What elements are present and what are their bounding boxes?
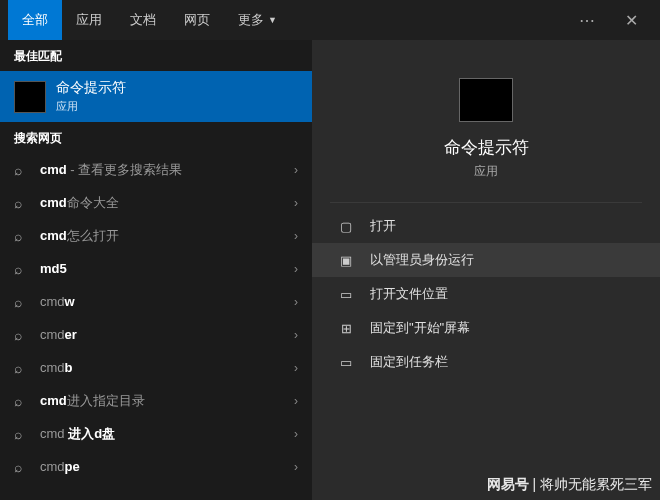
web-search-item[interactable]: ⌕cmder› bbox=[0, 318, 312, 351]
action-open-location[interactable]: ▭ 打开文件位置 bbox=[312, 277, 660, 311]
close-button[interactable]: ✕ bbox=[611, 11, 652, 30]
best-match-title: 命令提示符 bbox=[56, 79, 126, 97]
search-icon: ⌕ bbox=[14, 162, 30, 178]
web-search-item[interactable]: ⌕cmdpe› bbox=[0, 450, 312, 483]
best-match-subtitle: 应用 bbox=[56, 99, 126, 114]
web-search-item[interactable]: ⌕cmd命令大全› bbox=[0, 186, 312, 219]
watermark-logo: 网易号 bbox=[487, 476, 529, 492]
tab-web[interactable]: 网页 bbox=[170, 0, 224, 40]
action-label: 固定到"开始"屏幕 bbox=[370, 319, 470, 337]
action-run-as-admin[interactable]: ▣ 以管理员身份运行 bbox=[312, 243, 660, 277]
best-match-header: 最佳匹配 bbox=[0, 40, 312, 71]
filter-tabs: 全部 应用 文档 网页 更多 ▼ ⋯ ✕ bbox=[0, 0, 660, 40]
web-item-label: cmd - 查看更多搜索结果 bbox=[40, 161, 294, 179]
action-label: 打开文件位置 bbox=[370, 285, 448, 303]
web-search-item[interactable]: ⌕cmd 进入d盘› bbox=[0, 417, 312, 450]
open-icon: ▢ bbox=[336, 219, 356, 234]
chevron-right-icon: › bbox=[294, 295, 298, 309]
chevron-right-icon: › bbox=[294, 394, 298, 408]
folder-icon: ▭ bbox=[336, 287, 356, 302]
web-item-label: cmd命令大全 bbox=[40, 194, 294, 212]
web-item-label: cmd进入指定目录 bbox=[40, 392, 294, 410]
search-icon: ⌕ bbox=[14, 393, 30, 409]
web-item-label: cmdb bbox=[40, 360, 294, 375]
chevron-right-icon: › bbox=[294, 328, 298, 342]
chevron-right-icon: › bbox=[294, 262, 298, 276]
web-item-label: cmd 进入d盘 bbox=[40, 425, 294, 443]
search-icon: ⌕ bbox=[14, 294, 30, 310]
preview-title: 命令提示符 bbox=[444, 136, 529, 159]
watermark: 网易号 | 将帅无能累死三军 bbox=[487, 476, 652, 494]
more-options-button[interactable]: ⋯ bbox=[565, 11, 611, 30]
chevron-right-icon: › bbox=[294, 196, 298, 210]
preview-subtitle: 应用 bbox=[474, 163, 498, 180]
search-icon: ⌕ bbox=[14, 261, 30, 277]
action-label: 固定到任务栏 bbox=[370, 353, 448, 371]
web-item-label: cmdw bbox=[40, 294, 294, 309]
web-item-label: md5 bbox=[40, 261, 294, 276]
chevron-right-icon: › bbox=[294, 361, 298, 375]
web-search-item[interactable]: ⌕cmd - 查看更多搜索结果› bbox=[0, 153, 312, 186]
search-web-header: 搜索网页 bbox=[0, 122, 312, 153]
tab-apps[interactable]: 应用 bbox=[62, 0, 116, 40]
chevron-right-icon: › bbox=[294, 229, 298, 243]
web-search-item[interactable]: ⌕cmd进入指定目录› bbox=[0, 384, 312, 417]
action-open[interactable]: ▢ 打开 bbox=[312, 209, 660, 243]
web-search-item[interactable]: ⌕cmdb› bbox=[0, 351, 312, 384]
tab-more[interactable]: 更多 ▼ bbox=[224, 0, 291, 40]
web-search-item[interactable]: ⌕cmdw› bbox=[0, 285, 312, 318]
web-item-label: cmdpe bbox=[40, 459, 294, 474]
admin-icon: ▣ bbox=[336, 253, 356, 268]
cmd-icon bbox=[14, 81, 46, 113]
web-search-item[interactable]: ⌕cmd怎么打开› bbox=[0, 219, 312, 252]
preview-panel: 命令提示符 应用 ▢ 打开 ▣ 以管理员身份运行 ▭ 打开文件位置 ⊞ 固定到"… bbox=[312, 40, 660, 500]
best-match-item[interactable]: 命令提示符 应用 bbox=[0, 71, 312, 122]
web-item-label: cmd怎么打开 bbox=[40, 227, 294, 245]
search-icon: ⌕ bbox=[14, 459, 30, 475]
web-search-list: ⌕cmd - 查看更多搜索结果›⌕cmd命令大全›⌕cmd怎么打开›⌕md5›⌕… bbox=[0, 153, 312, 483]
chevron-right-icon: › bbox=[294, 427, 298, 441]
search-icon: ⌕ bbox=[14, 327, 30, 343]
action-pin-taskbar[interactable]: ▭ 固定到任务栏 bbox=[312, 345, 660, 379]
search-icon: ⌕ bbox=[14, 426, 30, 442]
search-icon: ⌕ bbox=[14, 195, 30, 211]
web-search-item[interactable]: ⌕md5› bbox=[0, 252, 312, 285]
results-panel: 最佳匹配 命令提示符 应用 搜索网页 ⌕cmd - 查看更多搜索结果›⌕cmd命… bbox=[0, 40, 312, 500]
tab-docs[interactable]: 文档 bbox=[116, 0, 170, 40]
action-label: 打开 bbox=[370, 217, 396, 235]
watermark-author: 将帅无能累死三军 bbox=[540, 476, 652, 492]
action-pin-start[interactable]: ⊞ 固定到"开始"屏幕 bbox=[312, 311, 660, 345]
divider bbox=[330, 202, 642, 203]
tab-all[interactable]: 全部 bbox=[8, 0, 62, 40]
tab-more-label: 更多 bbox=[238, 11, 264, 29]
cmd-icon bbox=[459, 78, 513, 122]
chevron-right-icon: › bbox=[294, 163, 298, 177]
search-icon: ⌕ bbox=[14, 360, 30, 376]
pin-taskbar-icon: ▭ bbox=[336, 355, 356, 370]
search-icon: ⌕ bbox=[14, 228, 30, 244]
chevron-right-icon: › bbox=[294, 460, 298, 474]
web-item-label: cmder bbox=[40, 327, 294, 342]
action-label: 以管理员身份运行 bbox=[370, 251, 474, 269]
action-list: ▢ 打开 ▣ 以管理员身份运行 ▭ 打开文件位置 ⊞ 固定到"开始"屏幕 ▭ 固… bbox=[312, 209, 660, 379]
chevron-down-icon: ▼ bbox=[268, 15, 277, 25]
pin-start-icon: ⊞ bbox=[336, 321, 356, 336]
